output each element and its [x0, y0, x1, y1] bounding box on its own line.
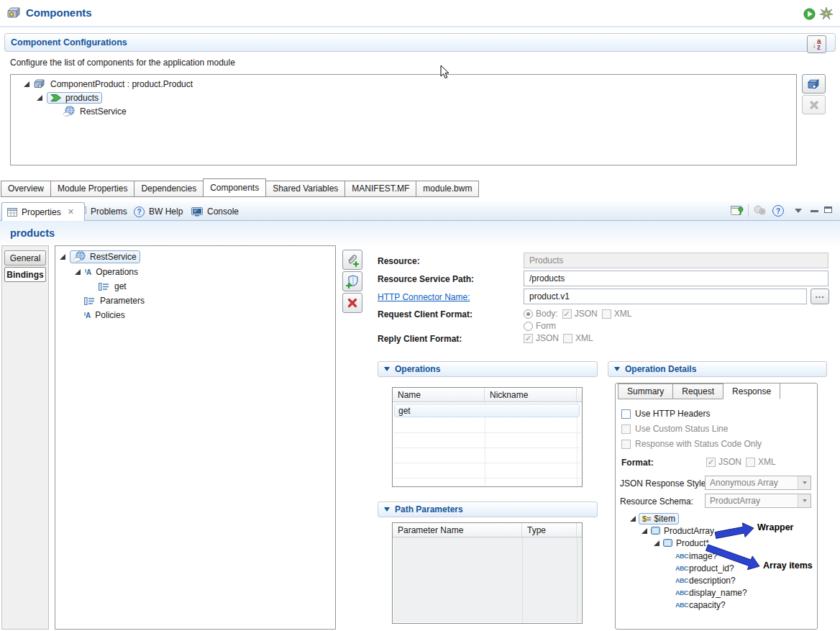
bindings-tree-panel[interactable]: RestService IA Operations get: [55, 245, 336, 630]
http-connector-name-field[interactable]: product.v1: [524, 289, 807, 304]
body-label: Body:: [536, 309, 558, 319]
tree-item-restservice[interactable]: RestService: [63, 105, 796, 117]
tab-manifest[interactable]: MANIFEST.MF: [344, 181, 416, 197]
reply-xml-label: XML: [575, 333, 593, 343]
close-icon[interactable]: ✕: [68, 207, 74, 217]
schema-field[interactable]: ABC product_id?: [675, 562, 734, 574]
run-button[interactable]: [803, 8, 816, 20]
component-tree-panel[interactable]: ComponentProduct : product.Product produ…: [10, 74, 797, 165]
resource-schema-label: Resource Schema:: [620, 496, 693, 507]
operation-details-title: Operation Details: [625, 364, 696, 374]
collapse-icon[interactable]: [384, 367, 390, 371]
tab-properties[interactable]: Properties ✕: [1, 202, 85, 221]
pin-editor-icon[interactable]: [731, 204, 744, 217]
resource-service-path-field[interactable]: /products: [524, 271, 828, 286]
format-xml-label: XML: [758, 457, 776, 467]
schema-field[interactable]: ABC image?: [675, 550, 717, 562]
use-http-headers-checkbox[interactable]: [621, 409, 631, 419]
tab-module-properties[interactable]: Module Properties: [50, 181, 134, 197]
expander-icon[interactable]: [37, 95, 42, 101]
schema-field[interactable]: ABC capacity?: [675, 599, 726, 611]
tab-module-bwm[interactable]: module.bwm: [416, 181, 479, 197]
properties-title: products: [10, 227, 55, 239]
tab-bw-help[interactable]: ? BW Help: [134, 202, 183, 221]
path-parameters-table[interactable]: Parameter Name Type: [392, 522, 583, 624]
schema-field[interactable]: ABC display_name?: [675, 586, 747, 599]
element-icon: [663, 538, 672, 548]
reply-xml-checkbox: [563, 334, 572, 343]
http-connector-name-link[interactable]: HTTP Connector Name:: [378, 292, 470, 302]
expander-icon[interactable]: [24, 81, 29, 87]
tree-item-label: Policies: [95, 310, 124, 320]
operations-section-header[interactable]: Operations: [378, 361, 598, 377]
schema-item-wrapper[interactable]: ProductArray: [642, 525, 714, 537]
expander-icon[interactable]: [642, 528, 647, 534]
empty-table-body: [393, 537, 581, 622]
tab-response[interactable]: Response: [723, 383, 780, 399]
tree-item-products[interactable]: products: [37, 91, 796, 104]
add-policy-button[interactable]: [342, 271, 362, 291]
use-http-headers-row[interactable]: Use HTTP Headers: [621, 408, 710, 419]
side-tab-bindings[interactable]: Bindings: [4, 267, 46, 282]
tab-components[interactable]: Components: [203, 178, 266, 197]
application-window: Components Component Configurations ↓ a …: [0, 0, 840, 631]
add-component-button[interactable]: [802, 74, 826, 94]
item-type-icon: $=: [642, 514, 652, 523]
side-tab-general[interactable]: General: [4, 250, 46, 265]
sort-button[interactable]: ↓ a z: [807, 35, 826, 53]
operation-details-section-header[interactable]: Operation Details: [608, 361, 827, 377]
use-http-headers-label: Use HTTP Headers: [635, 409, 710, 419]
properties-table-icon: [7, 208, 17, 217]
collapse-icon[interactable]: [614, 367, 620, 371]
tree-item-get[interactable]: get: [99, 280, 335, 293]
section-description: Configure the list of components for the…: [10, 58, 235, 68]
string-type-icon: ABC: [675, 602, 689, 609]
expander-icon[interactable]: [75, 269, 81, 275]
operations-table[interactable]: Name Nickname get: [392, 387, 583, 487]
collapse-icon[interactable]: [384, 507, 390, 512]
column-header-name[interactable]: Name: [393, 388, 485, 401]
help-button[interactable]: ?: [772, 205, 784, 217]
schema-item-array[interactable]: Product*: [654, 537, 709, 549]
tree-item-parameters[interactable]: Parameters: [84, 294, 335, 307]
expander-icon[interactable]: [60, 254, 65, 260]
tree-item-operations[interactable]: IA Operations: [75, 265, 335, 278]
attach-resource-button[interactable]: [342, 250, 362, 270]
tab-label: Problems: [91, 206, 127, 217]
browse-connector-button[interactable]: ...: [811, 289, 829, 304]
expander-icon[interactable]: [630, 516, 636, 522]
schema-item-root[interactable]: $= $item: [630, 512, 679, 525]
delete-icon-disabled: [808, 99, 820, 111]
view-menu-icon[interactable]: [795, 209, 802, 213]
table-row-get[interactable]: get: [394, 404, 580, 417]
tree-item-label: Operations: [96, 267, 138, 277]
tab-shared-variables[interactable]: Shared Variables: [265, 181, 345, 197]
expander-icon[interactable]: [654, 540, 659, 546]
path-parameters-section-header[interactable]: Path Parameters: [378, 501, 598, 517]
debug-button[interactable]: [820, 7, 833, 20]
column-header-nickname[interactable]: Nickname: [485, 388, 577, 401]
minimize-icon[interactable]: [811, 210, 818, 212]
tab-summary[interactable]: Summary: [618, 383, 673, 399]
shield-plus-icon: [345, 274, 360, 289]
string-type-icon: ABC: [675, 577, 689, 584]
tree-item-restservice[interactable]: RestService: [60, 250, 335, 263]
tree-item-component[interactable]: ComponentProduct : product.Product: [24, 78, 796, 90]
maximize-icon[interactable]: [824, 206, 832, 213]
tree-item-label: ComponentProduct : product.Product: [50, 79, 193, 89]
tab-overview[interactable]: Overview: [1, 181, 51, 197]
side-tab-rail: [1, 245, 49, 630]
schema-item-label: $item: [654, 514, 675, 524]
tab-dependencies[interactable]: Dependencies: [134, 181, 204, 197]
tab-request[interactable]: Request: [672, 383, 723, 399]
tree-item-policies[interactable]: IA Policies: [84, 309, 335, 322]
policies-icon: IA: [84, 311, 91, 319]
column-header-parameter-name[interactable]: Parameter Name: [393, 523, 522, 537]
column-header-type[interactable]: Type: [522, 523, 577, 537]
tab-console[interactable]: Console: [191, 202, 239, 221]
delete-icon: [346, 296, 359, 309]
delete-operation-button[interactable]: [342, 293, 362, 313]
request-xml-label: XML: [614, 309, 632, 319]
tree-item-label: RestService: [90, 252, 137, 262]
schema-field[interactable]: ABC description?: [675, 574, 736, 586]
